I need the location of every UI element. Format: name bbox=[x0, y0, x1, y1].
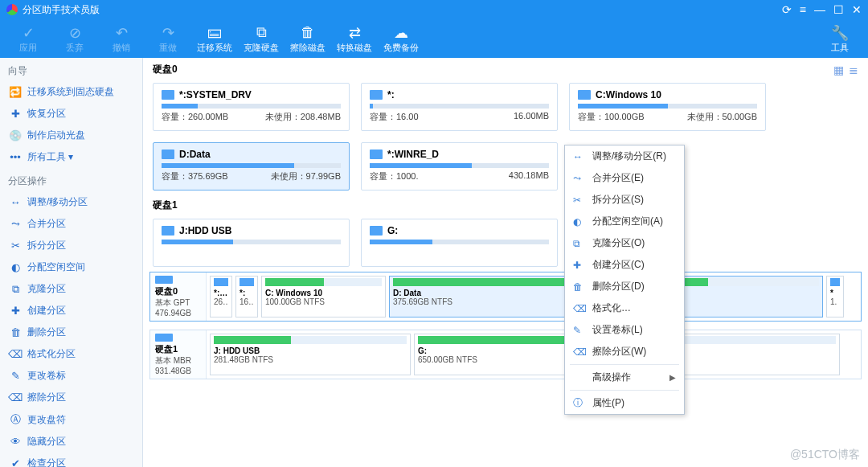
list-view-icon[interactable]: ≣ bbox=[849, 63, 858, 76]
sidebar-item-icon: 👁 bbox=[8, 436, 23, 448]
sidebar-item[interactable]: 👁隐藏分区 bbox=[0, 431, 142, 453]
sidebar-item-icon: ⌫ bbox=[8, 391, 23, 404]
backup-button[interactable]: ☁免费备份 bbox=[378, 24, 424, 54]
refresh-icon[interactable]: ⟳ bbox=[782, 3, 792, 16]
drive-icon bbox=[162, 226, 174, 236]
menu-item-label: 删除分区(D) bbox=[592, 280, 645, 293]
free-label: 未使用：50.00GB bbox=[687, 111, 757, 123]
grid-view-icon[interactable]: ▦ bbox=[833, 63, 844, 76]
sidebar-item[interactable]: ⤳合并分区 bbox=[0, 213, 142, 235]
menu-item[interactable]: ⧉克隆分区(O) bbox=[565, 232, 684, 254]
partition-slice[interactable]: *:…26… bbox=[210, 276, 232, 317]
convert-button[interactable]: ⇄转换磁盘 bbox=[331, 24, 378, 54]
menu-item-icon: ◐ bbox=[573, 216, 588, 227]
menu-item[interactable]: 高级操作▶ bbox=[565, 367, 684, 388]
toolbar-label: 克隆硬盘 bbox=[244, 42, 279, 54]
menu-item[interactable]: ⌫格式化… bbox=[565, 297, 684, 319]
menu-item-label: 擦除分区(W) bbox=[592, 345, 646, 358]
menu-item-icon: ⌫ bbox=[573, 303, 588, 314]
slice-value: 16… bbox=[240, 297, 254, 306]
sidebar-item-label: 检查分区 bbox=[27, 457, 66, 467]
view-toggle[interactable]: ▦≣ bbox=[829, 63, 858, 76]
partition-slice[interactable]: J: HDD USB281.48GB NTFS bbox=[210, 334, 411, 375]
sidebar-item[interactable]: 🔁迁移系统到固态硬盘 bbox=[0, 81, 142, 103]
partition-slice[interactable]: *:16… bbox=[235, 276, 258, 317]
sidebar-item-icon: ↔ bbox=[8, 196, 23, 208]
clone-icon: ⧉ bbox=[252, 24, 270, 42]
menu-item[interactable]: ⓘ属性(P) bbox=[565, 392, 684, 414]
sidebar-item[interactable]: ⌫格式化分区 bbox=[0, 343, 142, 365]
capacity-label: 容量：16.00 bbox=[370, 111, 419, 123]
wipe-button[interactable]: 🗑擦除磁盘 bbox=[285, 24, 331, 54]
partition-card[interactable]: C:Windows 10容量：100.00GB未使用：50.00GB bbox=[569, 83, 766, 131]
slice-value: 26… bbox=[214, 297, 228, 306]
sidebar-item[interactable]: ✂拆分分区 bbox=[0, 235, 142, 256]
sidebar-item[interactable]: 🗑删除分区 bbox=[0, 322, 142, 343]
menu-icon[interactable]: ≡ bbox=[800, 3, 806, 16]
menu-item[interactable]: ↔调整/移动分区(R) bbox=[565, 145, 684, 167]
slice-value: 281.48GB NTFS bbox=[214, 355, 407, 364]
redo-button: ↷重做 bbox=[145, 24, 191, 54]
partition-slice[interactable]: C: Windows 10100.00GB NTFS bbox=[261, 276, 386, 317]
sidebar-item-label: 调整/移动分区 bbox=[27, 195, 88, 209]
sidebar-item-icon: 🗑 bbox=[8, 326, 23, 338]
sidebar-item[interactable]: ✎更改卷标 bbox=[0, 365, 142, 387]
free-label: 未使用：97.99GB bbox=[271, 170, 341, 182]
tools-button[interactable]: 🔧 工具 bbox=[817, 24, 863, 54]
content-area: 硬盘0 ▦≣ *:SYSTEM_DRV容量：260.00MB未使用：208.48… bbox=[143, 58, 868, 467]
menu-item-label: 设置卷标(L) bbox=[592, 323, 643, 337]
partition-card[interactable]: G: bbox=[361, 219, 558, 267]
sidebar-item[interactable]: ✚创建分区 bbox=[0, 300, 142, 322]
partition-card[interactable]: D:Data容量：375.69GB未使用：97.99GB bbox=[153, 142, 350, 190]
close-icon[interactable]: ✕ bbox=[852, 3, 862, 16]
disk1-name: 硬盘1 bbox=[155, 343, 201, 355]
sidebar-item[interactable]: ✔检查分区 bbox=[0, 453, 142, 467]
menu-item[interactable]: 🗑删除分区(D) bbox=[565, 276, 684, 297]
partition-slice[interactable]: *1. bbox=[826, 276, 844, 317]
clone-button[interactable]: ⧉克隆硬盘 bbox=[238, 24, 285, 54]
migrate-button[interactable]: 🖴迁移系统 bbox=[191, 24, 238, 54]
partition-card[interactable]: J:HDD USB bbox=[153, 219, 350, 267]
sidebar-item[interactable]: ◐分配空闲空间 bbox=[0, 256, 142, 278]
disk1-block[interactable]: 硬盘1 基本 MBR 931.48GB J: HDD USB281.48GB N… bbox=[149, 330, 862, 379]
menu-item-icon: ⓘ bbox=[573, 396, 588, 410]
sidebar-item-label: 合并分区 bbox=[27, 217, 66, 231]
minimize-icon[interactable]: — bbox=[814, 3, 825, 16]
partition-card[interactable]: *:SYSTEM_DRV容量：260.00MB未使用：208.48MB bbox=[153, 83, 350, 131]
sidebar-item[interactable]: ↔调整/移动分区 bbox=[0, 191, 142, 213]
menu-item[interactable]: ◐分配空闲空间(A) bbox=[565, 211, 684, 232]
menu-item[interactable]: ⤳合并分区(E) bbox=[565, 167, 684, 189]
sidebar-item[interactable]: ⌫擦除分区 bbox=[0, 387, 142, 408]
menu-item[interactable]: ⌫擦除分区(W) bbox=[565, 341, 684, 363]
partition-card[interactable]: *:容量：16.0016.00MB bbox=[361, 83, 558, 131]
sidebar-item-icon: ✎ bbox=[8, 370, 23, 382]
toolbar-label: 撤销 bbox=[113, 42, 130, 54]
sidebar-item[interactable]: ⧉克隆分区 bbox=[0, 278, 142, 300]
apply-button: ✓应用 bbox=[5, 24, 51, 54]
app-logo-icon bbox=[6, 4, 18, 15]
slice-name: * bbox=[830, 289, 840, 297]
context-menu[interactable]: ↔调整/移动分区(R)⤳合并分区(E)✂拆分分区(S)◐分配空闲空间(A)⧉克隆… bbox=[564, 145, 685, 415]
sidebar-item[interactable]: ✚恢复分区 bbox=[0, 103, 142, 125]
slice-bar bbox=[214, 336, 407, 344]
undo-icon: ↶ bbox=[113, 24, 130, 42]
maximize-icon[interactable]: ☐ bbox=[833, 3, 844, 16]
disk0-cards: *:SYSTEM_DRV容量：260.00MB未使用：208.48MB*:容量：… bbox=[143, 76, 868, 190]
menu-item[interactable]: ✂拆分分区(S) bbox=[565, 189, 684, 211]
menu-item-label: 属性(P) bbox=[592, 396, 624, 410]
disk1-size: 931.48GB bbox=[155, 367, 201, 375]
sidebar-item[interactable]: Ⓐ更改盘符 bbox=[0, 408, 142, 431]
menu-item-label: 格式化… bbox=[592, 301, 631, 315]
menu-item[interactable]: ✚创建分区(C) bbox=[565, 254, 684, 276]
sidebar-item[interactable]: •••所有工具 ▾ bbox=[0, 146, 142, 168]
sidebar-item[interactable]: 💿制作启动光盘 bbox=[0, 125, 142, 146]
disk0-block[interactable]: 硬盘0 基本 GPT 476.94GB *:…26…*:16…C: Window… bbox=[149, 272, 862, 322]
partition-card[interactable]: *:WINRE_D容量：1000.430.18MB bbox=[361, 142, 558, 190]
sidebar-item-icon: 🔁 bbox=[8, 86, 23, 98]
menu-item[interactable]: ✎设置卷标(L) bbox=[565, 319, 684, 341]
usage-bar bbox=[370, 163, 549, 168]
toolbar-label: 丢弃 bbox=[66, 42, 84, 54]
capacity-label: 容量：1000. bbox=[370, 170, 419, 182]
disk1-cards: J:HDD USBG: bbox=[143, 212, 868, 267]
free-label: 16.00MB bbox=[514, 111, 549, 123]
